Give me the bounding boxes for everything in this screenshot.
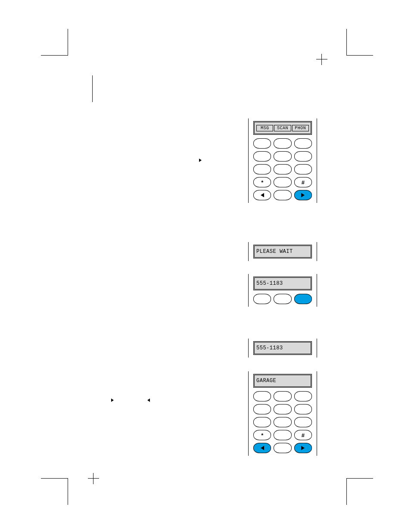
nav-right-button[interactable] [294,190,312,200]
lcd-display: GARAGE [253,374,312,388]
lcd-display: 555-1183 [253,277,312,290]
triangle-right-icon [199,156,202,164]
lcd-display: PLEASE WAIT [253,245,312,258]
key-hash[interactable]: # [294,177,312,187]
crop-mark [41,55,68,56]
lcd-text: 555-1183 [256,345,283,351]
page: MSG SCAN PHON * # PLEASE WAIT [0,0,411,532]
lcd-display: 555-1183 [253,341,312,355]
nav-right-button[interactable] [294,294,312,304]
keypad: * # [253,391,312,453]
key-9[interactable] [294,164,312,174]
device-panel-1: MSG SCAN PHON * # [248,118,317,203]
triangle-right-icon [111,396,114,404]
nav-center-button[interactable] [274,190,291,200]
key-3[interactable] [294,391,312,401]
crop-mark [41,478,68,479]
nav-center-button[interactable] [274,294,291,304]
lcd-text: 555-1183 [256,280,283,286]
key-6[interactable] [294,404,312,414]
lcd-tab-phon: PHON [292,125,309,131]
key-6[interactable] [294,151,312,162]
crop-mark [346,478,373,479]
key-8[interactable] [274,164,291,174]
device-panel-3a: 555-1183 [248,339,317,358]
crop-mark [346,55,373,56]
crop-mark [68,478,68,505]
device-panel-3b: GARAGE * # [248,371,317,456]
key-0[interactable] [274,177,291,187]
key-1[interactable] [253,138,271,149]
key-9[interactable] [294,417,312,427]
key-4[interactable] [253,151,271,162]
nav-left-button[interactable] [253,443,271,453]
lcd-tab-msg: MSG [256,125,273,131]
device-panel-2b: 555-1183 [248,274,317,307]
nav-left-button[interactable] [253,294,271,304]
key-7[interactable] [253,164,271,174]
triangle-left-icon [147,396,150,404]
nav-center-button[interactable] [274,443,291,453]
crop-mark [92,75,93,102]
nav-row [253,294,312,304]
key-5[interactable] [274,151,291,162]
crop-mark [346,29,347,56]
nav-right-button[interactable] [294,443,312,453]
key-2[interactable] [274,391,291,401]
key-1[interactable] [253,391,271,401]
key-2[interactable] [274,138,291,149]
crop-mark [68,29,68,56]
lcd-text: GARAGE [256,378,276,384]
lcd-display: MSG SCAN PHON [253,121,312,135]
device-panel-2: PLEASE WAIT [248,242,317,261]
keypad: * # [253,138,312,200]
lcd-text: PLEASE WAIT [256,249,293,255]
key-star[interactable]: * [253,177,271,187]
key-5[interactable] [274,404,291,414]
key-7[interactable] [253,417,271,427]
lcd-tab-scan: SCAN [274,125,291,131]
key-4[interactable] [253,404,271,414]
key-star[interactable]: * [253,430,271,440]
key-hash[interactable]: # [294,430,312,440]
key-8[interactable] [274,417,291,427]
key-3[interactable] [294,138,312,149]
key-0[interactable] [274,430,291,440]
nav-left-button[interactable] [253,190,271,200]
crop-mark [346,478,347,505]
